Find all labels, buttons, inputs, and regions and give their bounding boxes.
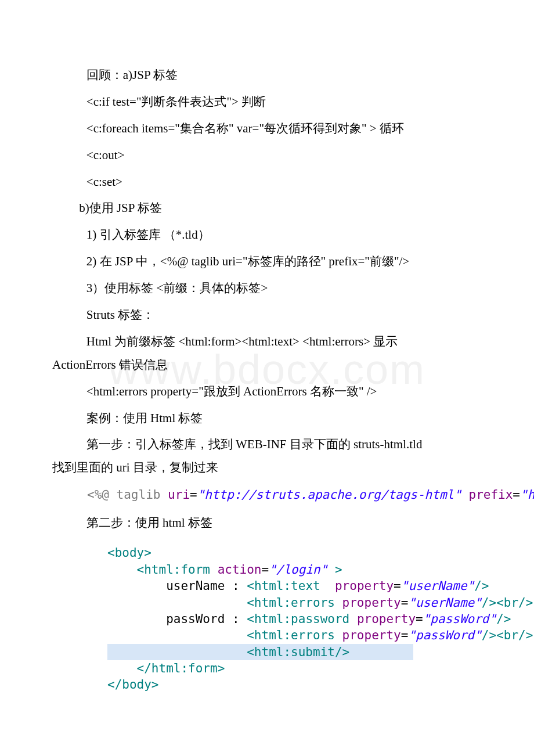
token-space [461, 488, 469, 502]
token-tag: <html:errors [247, 596, 335, 610]
paragraph: 第一步：引入标签库，找到 WEB-INF 目录下面的 struts-html.t… [52, 433, 482, 456]
paragraph: 3）使用标签 <前缀：具体的标签> [52, 277, 482, 300]
token-tag: <body> [107, 546, 151, 560]
token-tag: <br [496, 628, 518, 642]
paragraph: <html:errors property="跟放到 ActionErrors … [52, 380, 482, 404]
paragraph: 1) 引入标签库 （*.tld） [52, 224, 482, 247]
token-eq: = [262, 563, 269, 577]
paragraph: ActionErrors 错误信息 [52, 354, 482, 377]
paragraph: b)使用 JSP 标签 [52, 197, 482, 220]
paragraph: <c:set> [52, 171, 482, 194]
paragraph: 案例：使用 Html 标签 [52, 407, 482, 430]
token-tag: > [327, 563, 342, 577]
token-attr: prefix [469, 488, 513, 502]
token-tag: <html:password [247, 612, 349, 626]
token-attr: property [335, 628, 401, 642]
token-tag: /> [482, 596, 496, 610]
paragraph: <c:if test="判断条件表达式"> 判断 [52, 91, 482, 114]
highlighted-line: <html:submit/> [107, 644, 413, 660]
token-tag: </body> [107, 678, 159, 692]
paragraph: 2) 在 JSP 中，<%@ taglib uri="标签库的路径" prefi… [52, 250, 482, 273]
token-tag: /> [518, 628, 533, 642]
token-tag: /> [335, 645, 349, 659]
token-eq: = [401, 596, 409, 610]
token-tag: <html:submit [247, 645, 335, 659]
document-page: 回顾：a)JSP 标签 <c:if test="判断条件表达式"> 判断 <c:… [0, 0, 534, 728]
token-attr: property [320, 579, 394, 593]
paragraph: <c:foreach items="集合名称" var="每次循环得到对象" >… [52, 117, 482, 141]
token-text: userName : [166, 579, 247, 593]
token-attr: uri [168, 488, 190, 502]
token-value: "http://struts.apache.org/tags-html" [197, 488, 461, 502]
code-block-body: <body> <html:form action="/login" > user… [107, 545, 482, 693]
token-tag: /> [518, 596, 533, 610]
token-attr: property [335, 596, 401, 610]
token-tag: <html:text [247, 579, 320, 593]
token-tag: <html:errors [247, 628, 335, 642]
token-value: "passWord" [423, 612, 496, 626]
token-eq: = [401, 628, 409, 642]
token-tag: </html:form> [137, 661, 225, 675]
token-attr: action [210, 563, 262, 577]
paragraph: 回顾：a)JSP 标签 [52, 64, 482, 87]
paragraph: 第二步：使用 html 标签 [52, 512, 482, 535]
token-eq: = [190, 488, 197, 502]
token-value: "passWord" [408, 628, 481, 642]
token-text: passWord : [166, 612, 247, 626]
paragraph: 找到里面的 uri 目录，复制过来 [52, 456, 482, 480]
paragraph: Struts 标签： [52, 304, 482, 327]
token-value: "userName" [401, 579, 474, 593]
token-value: "/login" [269, 563, 327, 577]
token-value: "userName" [408, 596, 481, 610]
token-tag: /> [482, 628, 496, 642]
token-attr: property [349, 612, 416, 626]
token-tag: <br [496, 596, 518, 610]
token-keyword: taglib [109, 488, 168, 502]
token-value: "html" [520, 488, 534, 502]
token-tag: <html:form [137, 563, 210, 577]
token-eq: = [513, 488, 520, 502]
token-eq: = [416, 612, 423, 626]
paragraph: <c:out> [52, 144, 482, 167]
token-eq: = [394, 579, 401, 593]
paragraph: Html 为前缀标签 <html:form><html:text> <html:… [52, 330, 482, 354]
token-tag: /> [474, 579, 489, 593]
code-line-taglib: <%@ taglib uri="http://struts.apache.org… [87, 487, 482, 503]
token-directive: <%@ [87, 488, 109, 502]
token-tag: /> [496, 612, 511, 626]
